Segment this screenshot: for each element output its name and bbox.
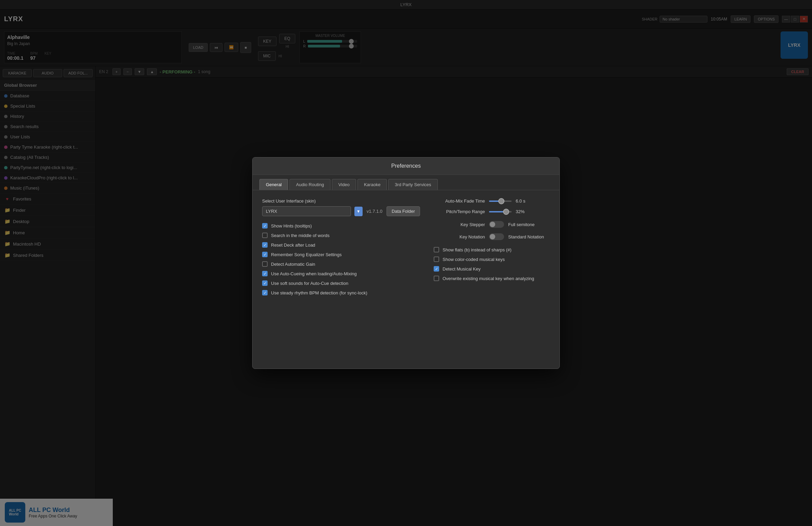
preferences-left: Select User Interface (skin) LYRX ▼ v1.7… (262, 198, 420, 300)
auto-mix-slider-track[interactable] (489, 200, 512, 202)
key-notation-thumb (490, 234, 495, 239)
key-notation-label: Key Notation (434, 234, 485, 239)
key-stepper-label: Key Stepper (434, 222, 485, 227)
skin-label: Select User Interface (skin) (262, 198, 420, 204)
detect-gain-checkbox[interactable] (262, 261, 268, 267)
auto-mix-slider-thumb[interactable] (498, 198, 504, 204)
sliders-section: Auto-Mix Fade Time 6.0 s Pitch/Tempo Ran… (434, 198, 550, 214)
checkboxes-right: Show flats (b) instead of sharps (#) Sho… (434, 247, 550, 281)
pitch-tempo-slider-track[interactable] (489, 211, 512, 212)
key-notation-toggle[interactable] (489, 233, 504, 240)
checkboxes-left: Show Hints (tooltips) Search in the midd… (262, 223, 420, 295)
soft-sounds-label: Use soft sounds for Auto-Cue detection (271, 281, 348, 286)
preferences-right: Auto-Mix Fade Time 6.0 s Pitch/Tempo Ran… (434, 198, 550, 300)
show-flats-checkbox[interactable] (434, 247, 439, 252)
reset-deck-label: Reset Deck after Load (271, 243, 315, 248)
show-hints-checkbox[interactable] (262, 223, 268, 229)
color-coded-keys-label: Show color-coded musical keys (443, 257, 505, 262)
checkbox-color-coded-keys: Show color-coded musical keys (434, 257, 550, 262)
checkbox-steady-rhythm: Use steady rhythm BPM detection (for syn… (262, 290, 420, 295)
pitch-tempo-slider-thumb[interactable] (503, 209, 509, 215)
tab-general[interactable]: General (259, 179, 288, 190)
checkbox-search-middle: Search in the middle of words (262, 233, 420, 238)
soft-sounds-checkbox[interactable] (262, 280, 268, 286)
checkbox-detect-musical-key: Detect Musical Key (434, 266, 550, 272)
overwrite-key-label: Overwrite existing musical key when anal… (443, 276, 534, 281)
overwrite-key-checkbox[interactable] (434, 276, 439, 281)
steady-rhythm-checkbox[interactable] (262, 290, 268, 295)
key-stepper-toggle[interactable] (489, 221, 504, 228)
key-notation-row: Key Notation Standard Notation (434, 233, 550, 240)
remember-eq-label: Remember Song Equalizer Settings (271, 252, 342, 257)
key-stepper-row: Key Stepper Full semitone (434, 221, 550, 228)
tab-audio-routing[interactable]: Audio Routing (289, 179, 330, 190)
reset-deck-checkbox[interactable] (262, 242, 268, 248)
auto-cueing-label: Use Auto-Cueing when loading/Auto-Mixing (271, 271, 357, 276)
checkbox-show-hints: Show Hints (tooltips) (262, 223, 420, 229)
checkbox-auto-cueing: Use Auto-Cueing when loading/Auto-Mixing (262, 271, 420, 276)
show-flats-label: Show flats (b) instead of sharps (#) (443, 247, 512, 252)
auto-mix-label: Auto-Mix Fade Time (434, 198, 485, 204)
preferences-title: Preferences (253, 157, 559, 175)
tab-video[interactable]: Video (332, 179, 356, 190)
detect-gain-label: Detect Automatic Gain (271, 262, 315, 267)
tab-3rd-party[interactable]: 3rd Party Services (388, 179, 437, 190)
color-coded-keys-checkbox[interactable] (434, 257, 439, 262)
checkbox-soft-sounds: Use soft sounds for Auto-Cue detection (262, 280, 420, 286)
pitch-tempo-slider-row: Pitch/Tempo Range 32% (434, 209, 550, 214)
key-notation-value: Standard Notation (508, 234, 544, 239)
skin-select[interactable]: LYRX (262, 206, 351, 216)
preferences-dialog: Preferences General Audio Routing Video … (252, 157, 560, 369)
skin-row: LYRX ▼ v1.7.1.0 Data Folder (262, 206, 420, 216)
skin-select-wrap: LYRX ▼ (262, 206, 363, 216)
checkbox-detect-gain: Detect Automatic Gain (262, 261, 420, 267)
pitch-tempo-value: 32% (516, 209, 550, 214)
version-text: v1.7.1.0 (367, 209, 382, 214)
auto-mix-value: 6.0 s (516, 198, 550, 204)
key-stepper-value: Full semitone (508, 222, 534, 227)
checkbox-reset-deck: Reset Deck after Load (262, 242, 420, 248)
search-middle-label: Search in the middle of words (271, 233, 329, 238)
skin-section: Select User Interface (skin) LYRX ▼ v1.7… (262, 198, 420, 216)
data-folder-button[interactable]: Data Folder (387, 206, 420, 216)
key-stepper-thumb (490, 222, 495, 227)
checkbox-remember-eq: Remember Song Equalizer Settings (262, 252, 420, 257)
show-hints-label: Show Hints (tooltips) (271, 223, 312, 229)
search-middle-checkbox[interactable] (262, 233, 268, 238)
detect-musical-key-checkbox[interactable] (434, 266, 439, 272)
auto-mix-slider-row: Auto-Mix Fade Time 6.0 s (434, 198, 550, 204)
tab-karaoke[interactable]: Karaoke (357, 179, 387, 190)
preferences-tabs: General Audio Routing Video Karaoke 3rd … (253, 175, 559, 190)
skin-arrow-icon[interactable]: ▼ (354, 207, 363, 216)
checkbox-overwrite-key: Overwrite existing musical key when anal… (434, 276, 550, 281)
checkbox-show-flats: Show flats (b) instead of sharps (#) (434, 247, 550, 252)
remember-eq-checkbox[interactable] (262, 252, 268, 257)
preferences-body: Select User Interface (skin) LYRX ▼ v1.7… (253, 190, 559, 308)
steady-rhythm-label: Use steady rhythm BPM detection (for syn… (271, 290, 367, 295)
pitch-tempo-label: Pitch/Tempo Range (434, 209, 485, 214)
toggles-section: Key Stepper Full semitone Key Notation S… (434, 221, 550, 240)
auto-cueing-checkbox[interactable] (262, 271, 268, 276)
detect-musical-key-label: Detect Musical Key (443, 266, 481, 272)
preferences-overlay: Preferences General Audio Routing Video … (0, 0, 812, 526)
